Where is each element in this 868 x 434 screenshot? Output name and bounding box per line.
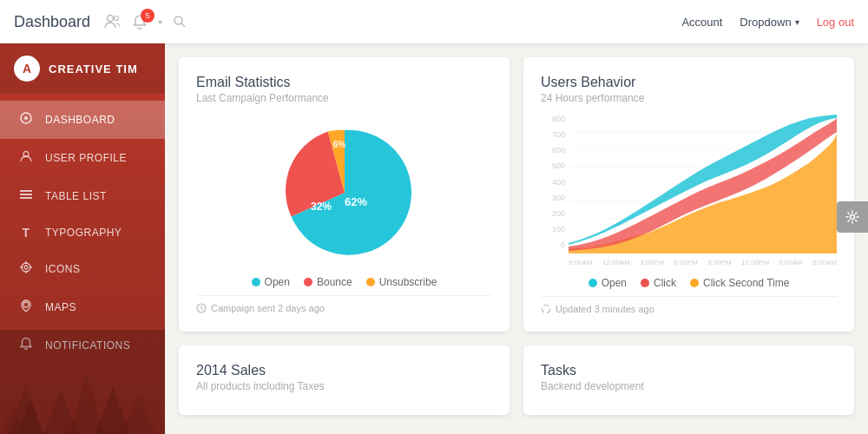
svg-text:62%: 62%: [344, 195, 366, 208]
x-axis: 9:00AM 12:00AM 3:00PM 6:00PM 9:00PM 12:0…: [569, 259, 837, 266]
sidebar-item-dashboard[interactable]: DASHBOARD: [0, 101, 165, 139]
legend-dot-click: [641, 279, 649, 287]
email-stats-footer-text: Campaign sent 2 days ago: [211, 303, 325, 313]
top-nav: Dashboard 5 ▾: [0, 0, 868, 43]
body-layout: A CREATIVE TIM DASHBOARD USER PROFILE: [0, 43, 868, 434]
legend-click: Click: [641, 277, 676, 289]
area-chart-wrapper: 800 700 600 500 400 300 200 100 0: [541, 115, 837, 266]
main-content: Email Statistics Last Campaign Performan…: [165, 43, 868, 434]
svg-text:32%: 32%: [310, 201, 331, 213]
email-statistics-card: Email Statistics Last Campaign Performan…: [179, 57, 510, 332]
logo-icon: A: [14, 56, 40, 82]
svg-point-1: [115, 16, 119, 21]
users-behavior-legend: Open Click Click Second Time: [541, 277, 837, 289]
users-behavior-title: Users Behavior: [541, 75, 837, 90]
sales-card: 2014 Sales All products including Taxes: [179, 345, 510, 415]
maps-icon: [17, 299, 35, 316]
sidebar-label-maps: MAPS: [45, 301, 76, 313]
logout-link[interactable]: Log out: [817, 16, 854, 29]
users-behavior-card: Users Behavior 24 Hours performance 800 …: [523, 57, 854, 332]
users-behavior-footer: Updated 3 minutes ago: [541, 296, 837, 314]
top-nav-right: Account Dropdown ▾ Log out: [681, 16, 854, 29]
legend-label-bounce: Bounce: [317, 276, 352, 288]
page-title: Dashboard: [14, 13, 90, 31]
people-icon-btn[interactable]: [104, 14, 122, 30]
svg-point-9: [22, 263, 30, 272]
y-axis: 800 700 600 500 400 300 200 100 0: [541, 115, 565, 249]
svg-text:6%: 6%: [332, 140, 345, 149]
sidebar-item-typography[interactable]: T TYPOGRAPHY: [0, 215, 165, 250]
legend-dot-open-b: [589, 279, 597, 287]
tasks-subtitle: Backend development: [541, 380, 837, 392]
area-chart-svg: [569, 115, 837, 253]
icons-icon: [17, 260, 35, 278]
email-stats-footer: Campaign sent 2 days ago: [196, 295, 492, 313]
users-behavior-subtitle: 24 Hours performance: [541, 92, 837, 104]
sidebar-label-icons: ICONS: [45, 263, 81, 275]
pie-chart-container: 62% 32% 6%: [196, 115, 492, 266]
svg-point-10: [24, 266, 28, 269]
top-nav-icons: 5 ▾: [104, 14, 187, 30]
account-link[interactable]: Account: [681, 16, 722, 29]
email-stats-subtitle: Last Campaign Performance: [196, 92, 492, 104]
svg-point-15: [23, 302, 29, 307]
bell-chevron-icon: ▾: [158, 17, 162, 27]
user-profile-icon: [17, 149, 35, 167]
refresh-icon: [541, 304, 551, 314]
sidebar-item-table-list[interactable]: TABLE LIST: [0, 177, 165, 215]
svg-rect-8: [20, 197, 32, 199]
typography-icon: T: [17, 226, 35, 240]
brand-name: CREATIVE TIM: [49, 62, 138, 76]
notification-badge: 5: [141, 9, 155, 23]
gear-icon: [845, 210, 859, 224]
pie-chart: 62% 32% 6%: [275, 123, 414, 262]
legend-bounce: Bounce: [304, 276, 352, 288]
sidebar-item-maps[interactable]: MAPS: [0, 288, 165, 326]
dropdown-button[interactable]: Dropdown ▾: [740, 16, 799, 29]
svg-rect-6: [20, 190, 32, 192]
clock-icon: [196, 303, 207, 313]
legend-label-open: Open: [265, 276, 290, 288]
legend-dot-bounce: [304, 278, 312, 286]
legend-open-behavior: Open: [589, 277, 627, 289]
legend-dot-click-second: [690, 279, 699, 287]
tasks-card: Tasks Backend development: [523, 345, 854, 415]
sales-title: 2014 Sales: [196, 363, 492, 378]
area-chart: 9:00AM 12:00AM 3:00PM 6:00PM 9:00PM 12:0…: [569, 115, 837, 266]
legend-label-open-b: Open: [602, 277, 627, 289]
tasks-title: Tasks: [541, 363, 837, 378]
sidebar-background-decoration: [0, 330, 165, 434]
legend-unsubscribe: Unsubscribe: [366, 276, 437, 288]
notifications-icon-btn[interactable]: 5: [132, 14, 148, 30]
svg-point-28: [542, 306, 550, 313]
sidebar-item-icons[interactable]: ICONS: [0, 250, 165, 288]
settings-gear-button[interactable]: [837, 201, 868, 233]
email-stats-legend: Open Bounce Unsubscribe: [196, 276, 492, 288]
legend-label-click-second: Click Second Time: [703, 277, 789, 289]
svg-point-0: [108, 16, 114, 22]
legend-label-click: Click: [654, 277, 676, 289]
dashboard-icon: [17, 111, 35, 128]
sidebar-label-typography: TYPOGRAPHY: [45, 227, 122, 239]
sidebar-label-user-profile: USER PROFILE: [45, 152, 127, 164]
search-icon-btn[interactable]: [173, 15, 187, 29]
users-behavior-footer-text: Updated 3 minutes ago: [556, 304, 654, 314]
svg-point-4: [24, 116, 28, 120]
table-list-icon: [17, 187, 35, 205]
top-nav-left: Dashboard 5 ▾: [14, 13, 681, 31]
svg-point-29: [851, 215, 855, 220]
legend-click-second: Click Second Time: [690, 277, 789, 289]
sidebar-logo: A CREATIVE TIM: [0, 43, 165, 94]
svg-rect-7: [20, 194, 32, 195]
sidebar-label-dashboard: DASHBOARD: [45, 114, 115, 126]
legend-label-unsubscribe: Unsubscribe: [379, 276, 437, 288]
legend-dot-unsubscribe: [366, 278, 375, 286]
dropdown-chevron-icon: ▾: [795, 17, 799, 27]
sidebar-item-user-profile[interactable]: USER PROFILE: [0, 139, 165, 177]
sidebar-label-table-list: TABLE LIST: [45, 190, 107, 202]
legend-dot-open: [252, 278, 260, 286]
sales-subtitle: All products including Taxes: [196, 380, 492, 392]
email-stats-title: Email Statistics: [196, 75, 492, 90]
sidebar: A CREATIVE TIM DASHBOARD USER PROFILE: [0, 43, 165, 434]
legend-open: Open: [252, 276, 290, 288]
